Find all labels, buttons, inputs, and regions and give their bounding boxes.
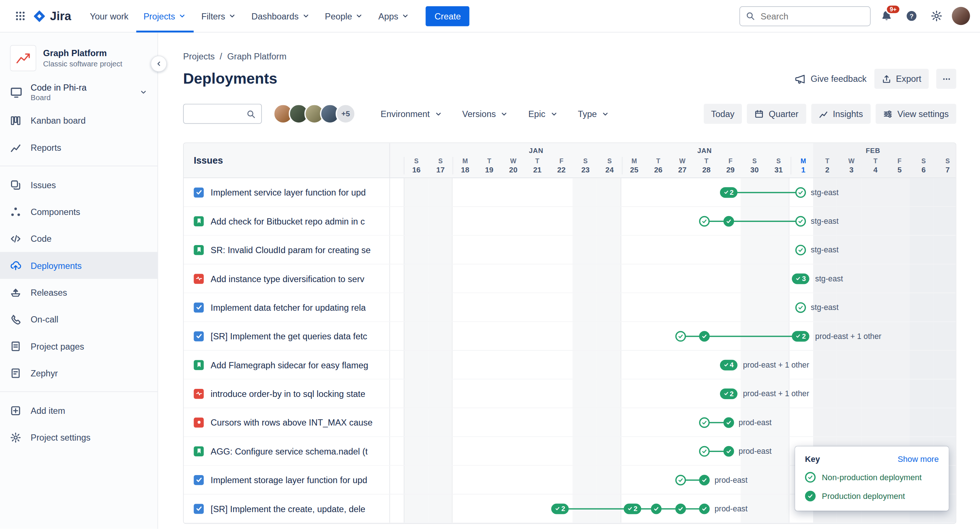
issue-search[interactable] [183,104,262,124]
deployment-marker-open[interactable] [675,474,686,485]
nav-item-dashboards[interactable]: Dashboards [244,0,317,32]
deployment-count-chip[interactable]: 3 [792,273,810,284]
sidebar-item-code[interactable]: Code [0,225,158,252]
filter-type[interactable]: Type [578,109,609,119]
board-switcher[interactable]: Code in Phi-ra Board [0,79,158,107]
global-search[interactable] [740,6,871,26]
sidebar-item-zephyr[interactable]: Zephyr [0,360,158,386]
sidebar-item-add-item[interactable]: Add item [0,397,158,424]
month-label: JAN [529,147,544,154]
issue-title[interactable]: Implement storage layer function for upd [210,475,367,484]
issue-title[interactable]: Cursors with rows above INT_MAX cause [210,417,372,427]
deployment-marker-filled[interactable] [699,504,710,514]
view-settings-button[interactable]: View settings [875,104,956,124]
notifications-button[interactable]: 9+ [877,6,896,26]
task-icon [194,504,204,514]
deployment-marker-open[interactable] [699,446,710,456]
deployment-count-chip[interactable]: 2 [720,187,738,198]
deployment-marker-filled[interactable] [699,331,710,341]
app-switcher-icon[interactable] [10,6,30,26]
deployment-marker-open[interactable] [699,417,710,428]
nav-item-people[interactable]: People [317,0,371,32]
user-avatar[interactable] [952,7,970,25]
deployment-marker-open[interactable] [699,216,710,226]
sidebar-item-releases[interactable]: Releases [0,279,158,306]
chevron-down-icon [434,110,442,118]
deployment-marker-filled[interactable] [723,417,734,428]
deployment-marker-filled[interactable] [723,446,734,456]
issue-title[interactable]: [SR] Implement the get queries data fetc [210,331,367,341]
nav-item-your-work[interactable]: Your work [83,0,136,32]
jira-logo[interactable]: Jira [33,9,71,23]
issue-title[interactable]: [SR] Implement the create, update, dele [210,504,365,514]
sidebar-item-project-settings[interactable]: Project settings [0,424,158,451]
filter-epic[interactable]: Epic [528,109,557,119]
nav-item-filters[interactable]: Filters [194,0,244,32]
issue-title[interactable]: Add Flamegraph sidecar for easy flameg [210,360,368,370]
settings-button[interactable] [927,6,945,26]
sidebar-item-reports[interactable]: Reports [0,134,158,161]
check-icon [796,333,801,339]
oncall-icon [10,314,21,325]
today-button[interactable]: Today [703,104,742,124]
quarter-button[interactable]: Quarter [747,104,806,124]
deployment-marker-filled[interactable] [675,504,686,514]
check-icon [796,276,801,281]
svg-text:?: ? [909,13,913,20]
deployment-marker-open[interactable] [795,302,806,312]
chevron-down-icon [139,88,148,96]
deployment-count-chip[interactable]: 4 [720,360,738,370]
show-more-link[interactable]: Show more [897,454,939,464]
deployment-marker-open[interactable] [795,216,806,226]
deployment-marker-open[interactable] [795,187,806,198]
give-feedback-button[interactable]: Give feedback [795,73,867,84]
issue-title[interactable]: Implement service layer function for upd [210,187,366,197]
sidebar-item-issues[interactable]: Issues [0,171,158,198]
zephyr-icon [10,367,21,379]
environment-label: prod-east [714,475,748,484]
day-header-s17: S17 [428,157,453,175]
issue-search-input[interactable] [189,108,242,120]
issue-title[interactable]: Add check for Bitbucket repo admin in c [210,216,364,226]
deployment-count-chip[interactable]: 2 [551,504,569,514]
breadcrumb-projects[interactable]: Projects [183,51,215,61]
deployment-count-chip[interactable]: 2 [624,504,641,514]
issue-title[interactable]: SR: Invalid CloudId param for creating s… [210,245,371,255]
sidebar-item-components[interactable]: Components [0,198,158,225]
sidebar-item-project-pages[interactable]: Project pages [0,333,158,360]
sidebar-divider [0,166,158,167]
issue-title[interactable]: Implement data fetcher for updating rela [210,302,366,312]
insights-button[interactable]: Insights [811,104,870,124]
nav-item-projects[interactable]: Projects [136,0,194,32]
deployment-marker-filled[interactable] [651,504,662,514]
deployment-marker-open[interactable] [675,331,686,341]
help-button[interactable]: ? [902,6,921,26]
deployment-count-chip[interactable]: 2 [792,331,810,341]
create-button[interactable]: Create [426,6,469,26]
issue-title[interactable]: introduce order-by in to sql locking sta… [210,389,365,398]
issue-title[interactable]: Add instance type diversification to ser… [210,274,364,284]
sidebar-item-deployments[interactable]: Deployments [0,252,158,279]
deployment-marker-open[interactable] [795,244,806,255]
deployment-count-chip[interactable]: 2 [720,388,738,399]
deployment-marker-filled[interactable] [699,474,710,485]
nav-item-apps[interactable]: Apps [371,0,417,32]
avatar-overflow-badge[interactable]: +5 [336,104,356,124]
key-legend: Key Show more Non-production deploymentP… [795,446,949,511]
breadcrumb-separator: / [220,51,222,61]
more-actions-button[interactable] [936,69,956,89]
filter-toolbar: +5 EnvironmentVersionsEpicType Today Qua… [183,104,956,124]
nav-item-label: Your work [90,11,128,21]
deployment-marker-filled[interactable] [723,216,734,226]
filter-environment[interactable]: Environment [381,109,442,119]
sidebar-item-on-call[interactable]: On-call [0,306,158,332]
sidebar-item-kanban-board[interactable]: Kanban board [0,107,158,134]
issue-title[interactable]: AGG: Configure service schema.nadel (t [210,446,368,456]
global-search-input[interactable] [759,10,864,22]
sidebar-collapse-button[interactable] [151,56,167,72]
chevron-down-icon [500,110,508,118]
breadcrumb-project-name[interactable]: Graph Platform [227,51,286,61]
code-icon [10,233,21,244]
filter-versions[interactable]: Versions [462,109,508,119]
export-button[interactable]: Export [874,69,929,89]
